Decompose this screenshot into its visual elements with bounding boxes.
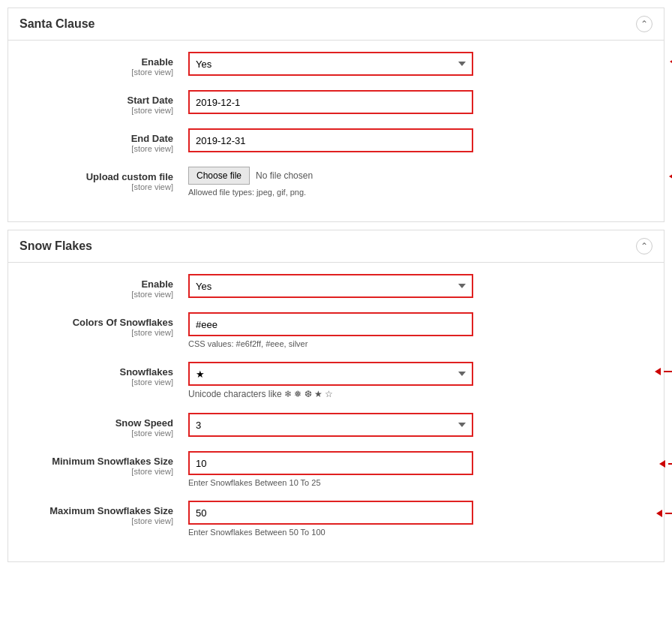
snow-speed-label-col: Snow Speed [store view] — [23, 413, 188, 438]
snow-minsize-hint: Enter Snowflakes Between 10 To 25 — [188, 478, 473, 487]
snowflakes-section: Snow Flakes ⌃ Enable [store view] Yes No — [8, 230, 664, 562]
snow-colors-label-col: Colors Of Snowflakes [store view] — [23, 312, 188, 337]
snow-colors-row: Colors Of Snowflakes [store view] CSS va… — [23, 312, 649, 348]
snow-minsize-arrowhead — [659, 460, 665, 468]
snow-design-arrowshaft — [664, 371, 672, 372]
snow-design-annotation: Select snowflakes design — [655, 366, 672, 377]
snow-enable-select[interactable]: Yes No — [188, 274, 473, 298]
santa-section-header: Santa Clause ⌃ — [8, 8, 664, 41]
snow-enable-row-wrapper: Enable [store view] Yes No Enable snowfl… — [23, 274, 649, 299]
santa-enddate-row: End Date [store view] Select end date — [23, 128, 649, 153]
choose-file-button[interactable]: Choose file — [188, 167, 250, 185]
snow-enable-label: Enable — [23, 278, 173, 290]
snow-maxsize-annotation: Select maximum number of snowflakes — [656, 501, 672, 526]
santa-enable-label: Enable — [23, 56, 173, 68]
santa-startdate-store-view: [store view] — [23, 106, 173, 115]
snowflakes-collapse-button[interactable]: ⌃ — [636, 238, 652, 254]
snow-minsize-store-view: [store view] — [23, 467, 173, 476]
snow-maxsize-input[interactable] — [188, 501, 473, 525]
snow-design-row: Snowflakes [store view] ★ ❄ ❅ ❆ Unicode … — [23, 362, 649, 399]
snow-maxsize-store-view: [store view] — [23, 516, 173, 525]
snow-speed-control: 1 2 3 4 5 — [188, 413, 473, 437]
snow-maxsize-hint: Enter Snowflakes Between 50 To 100 — [188, 528, 473, 537]
snow-maxsize-row: Maximum Snowflakes Size [store view] Ent… — [23, 501, 649, 537]
snow-maxsize-arrowhead — [656, 510, 662, 517]
snow-design-hint: Unicode characters like ❄ ❅ ❆ ★ ☆ — [188, 389, 473, 399]
snow-speed-select[interactable]: 1 2 3 4 5 — [188, 413, 473, 437]
snow-minsize-label-col: Minimum Snowflakes Size [store view] — [23, 451, 188, 476]
snow-speed-store-view: [store view] — [23, 429, 173, 438]
snow-speed-row: Snow Speed [store view] 1 2 3 4 5 — [23, 413, 649, 438]
snow-design-label-col: Snowflakes [store view] — [23, 362, 188, 387]
snowflakes-section-body: Enable [store view] Yes No Enable snowfl… — [8, 263, 664, 561]
snow-maxsize-label: Maximum Snowflakes Size — [23, 505, 173, 516]
snow-design-arrow — [655, 368, 672, 375]
snow-colors-input[interactable] — [188, 312, 473, 336]
santa-enable-store-view: [store view] — [23, 68, 173, 77]
santa-upload-label: Upload custom file — [23, 171, 173, 182]
santa-startdate-input[interactable] — [188, 90, 473, 114]
snow-minsize-input[interactable] — [188, 451, 473, 475]
snow-enable-row: Enable [store view] Yes No Enable snowfl… — [23, 274, 649, 299]
santa-upload-arrow — [669, 173, 672, 180]
santa-section-body: Enable [store view] Yes No Enable Santa … — [8, 41, 664, 221]
santa-enddate-row-wrapper: End Date [store view] Select end date — [23, 128, 649, 153]
santa-enddate-label: End Date — [23, 133, 173, 144]
snow-maxsize-row-wrapper: Maximum Snowflakes Size [store view] Ent… — [23, 501, 649, 537]
santa-startdate-row: Start Date [store view] Select start dat… — [23, 90, 649, 115]
santa-upload-label-col: Upload custom file [store view] — [23, 167, 188, 191]
snow-enable-control: Yes No — [188, 274, 473, 298]
santa-enable-control: Yes No — [188, 52, 473, 76]
snow-design-label: Snowflakes — [23, 366, 173, 378]
santa-file-upload-row: Choose file No file chosen — [188, 167, 473, 185]
snow-maxsize-arrowshaft — [665, 513, 672, 514]
santa-collapse-button[interactable]: ⌃ — [636, 16, 652, 32]
snow-minsize-arrow — [659, 460, 672, 468]
santa-enable-row-wrapper: Enable [store view] Yes No Enable Santa … — [23, 52, 649, 77]
snow-design-select[interactable]: ★ ❄ ❅ ❆ — [188, 362, 473, 386]
santa-upload-row: Upload custom file [store view] Choose f… — [23, 167, 649, 197]
santa-upload-hint: Allowed file types: jpeg, gif, png. — [188, 188, 473, 197]
snow-design-store-view: [store view] — [23, 378, 173, 387]
santa-startdate-control — [188, 90, 473, 114]
santa-upload-store-view: [store view] — [23, 182, 173, 191]
santa-upload-arrowhead — [669, 173, 672, 180]
santa-enable-select[interactable]: Yes No — [188, 52, 473, 76]
snow-minsize-row: Minimum Snowflakes Size [store view] Ent… — [23, 451, 649, 487]
snow-design-control: ★ ❄ ❅ ❆ Unicode characters like ❄ ❅ ❆ ★ … — [188, 362, 473, 399]
no-file-text: No file chosen — [256, 170, 313, 181]
snow-enable-store-view: [store view] — [23, 290, 173, 299]
santa-section-title: Santa Clause — [20, 17, 94, 31]
snow-minsize-row-wrapper: Minimum Snowflakes Size [store view] Ent… — [23, 451, 649, 487]
santa-upload-control: Choose file No file chosen Allowed file … — [188, 167, 473, 197]
santa-upload-row-wrapper: Upload custom file [store view] Choose f… — [23, 167, 649, 197]
snow-maxsize-label-col: Maximum Snowflakes Size [store view] — [23, 501, 188, 525]
santa-enddate-control — [188, 128, 473, 152]
santa-enable-label-col: Enable [store view] — [23, 52, 188, 77]
santa-enddate-store-view: [store view] — [23, 144, 173, 153]
snow-maxsize-arrow — [656, 510, 672, 517]
snow-colors-row-wrapper: Colors Of Snowflakes [store view] CSS va… — [23, 312, 649, 348]
snow-speed-label: Snow Speed — [23, 417, 173, 429]
snow-enable-label-col: Enable [store view] — [23, 274, 188, 299]
snow-colors-store-view: [store view] — [23, 328, 173, 337]
snow-design-arrowhead — [655, 368, 661, 375]
snow-minsize-label: Minimum Snowflakes Size — [23, 456, 173, 467]
snow-colors-label: Colors Of Snowflakes — [23, 317, 173, 328]
snowflakes-section-title: Snow Flakes — [20, 239, 92, 253]
snow-minsize-control: Enter Snowflakes Between 10 To 25 — [188, 451, 473, 487]
snow-maxsize-control: Enter Snowflakes Between 50 To 100 — [188, 501, 473, 537]
santa-enddate-input[interactable] — [188, 128, 473, 152]
snow-design-row-wrapper: Snowflakes [store view] ★ ❄ ❅ ❆ Unicode … — [23, 362, 649, 399]
snow-colors-hint: CSS values: #e6f2ff, #eee, silver — [188, 339, 473, 348]
santa-clause-section: Santa Clause ⌃ Enable [store view] Yes N… — [8, 8, 664, 222]
snow-minsize-annotation: Select minimum number of snowflakes — [659, 451, 672, 477]
santa-enddate-label-col: End Date [store view] — [23, 128, 188, 153]
snow-colors-control: CSS values: #e6f2ff, #eee, silver — [188, 312, 473, 348]
santa-startdate-row-wrapper: Start Date [store view] Select start dat… — [23, 90, 649, 115]
santa-startdate-label: Start Date — [23, 95, 173, 106]
santa-startdate-label-col: Start Date [store view] — [23, 90, 188, 115]
santa-upload-annotation: Upload custom image — [669, 171, 672, 182]
snow-minsize-arrowshaft — [668, 463, 672, 465]
snow-speed-row-wrapper: Snow Speed [store view] 1 2 3 4 5 — [23, 413, 649, 438]
